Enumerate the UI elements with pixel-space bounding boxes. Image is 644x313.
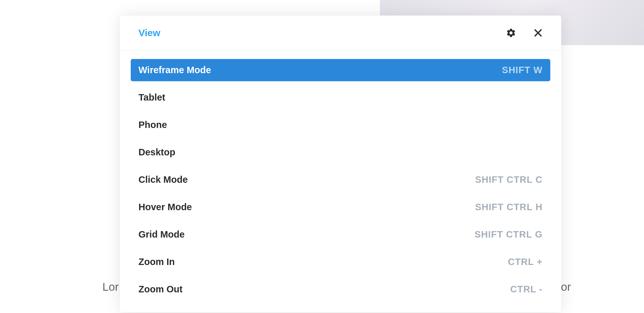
header-actions (505, 27, 544, 39)
modal-body[interactable]: Wireframe ModeSHIFT WTabletPhoneDesktopC… (120, 51, 561, 312)
menu-item-grid-mode[interactable]: Grid ModeSHIFT CTRL G (131, 223, 550, 246)
menu-item-zoom-in[interactable]: Zoom InCTRL + (131, 251, 550, 273)
menu-item-shortcut: CTRL + (508, 257, 543, 267)
menu-item-shortcut: CTRL - (510, 284, 543, 295)
bg-text-fragment-right: or (561, 277, 571, 297)
close-button[interactable] (532, 27, 544, 39)
modal-header: View (120, 15, 561, 51)
settings-button[interactable] (505, 27, 517, 39)
menu-item-shortcut: SHIFT CTRL G (475, 229, 543, 240)
menu-item-desktop[interactable]: Desktop (131, 141, 550, 163)
menu-item-phone[interactable]: Phone (131, 114, 550, 136)
close-icon (533, 28, 543, 38)
menu-item-label: Phone (138, 120, 167, 130)
menu-item-label: Grid Mode (138, 229, 185, 240)
menu-item-shortcut: SHIFT W (502, 65, 543, 75)
modal-title: View (138, 27, 160, 38)
menu-item-hover-mode[interactable]: Hover ModeSHIFT CTRL H (131, 196, 550, 218)
menu-item-label: Desktop (138, 147, 175, 158)
menu-item-label: Wireframe Mode (138, 65, 211, 75)
menu-item-label: Zoom In (138, 257, 175, 267)
menu-item-label: Zoom Out (138, 284, 183, 295)
menu-item-tablet[interactable]: Tablet (131, 86, 550, 109)
bg-text-fragment-left: Lor (102, 277, 119, 297)
menu-item-label: Click Mode (138, 174, 188, 185)
menu-item-zoom-out[interactable]: Zoom OutCTRL - (131, 278, 550, 300)
view-modal: View Wireframe ModeSHIFT WTabletPhoneDes… (120, 15, 561, 312)
menu-item-click-mode[interactable]: Click ModeSHIFT CTRL C (131, 169, 550, 191)
menu-item-label: Tablet (138, 92, 165, 103)
menu-item-shortcut: SHIFT CTRL C (475, 174, 543, 185)
menu-item-wireframe-mode[interactable]: Wireframe ModeSHIFT W (131, 59, 550, 81)
menu-item-shortcut: SHIFT CTRL H (475, 202, 543, 212)
gear-icon (506, 28, 516, 38)
menu-item-label: Hover Mode (138, 202, 192, 212)
